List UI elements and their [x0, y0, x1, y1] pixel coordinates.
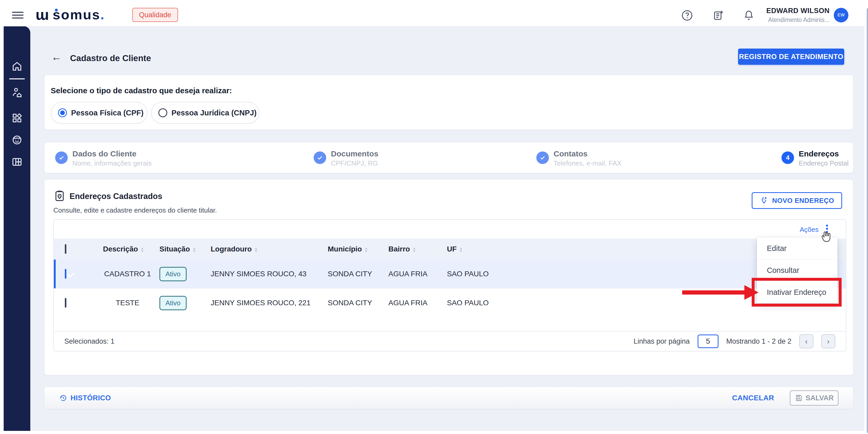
cell-uf: SAO PAULO [443, 270, 498, 278]
records-table-icon[interactable] [11, 156, 23, 168]
cell-descricao: CADASTRO 1 [98, 270, 157, 278]
rows-per-page-label: Linhas por página [633, 337, 690, 345]
scrollbar-thumb[interactable] [867, 8, 868, 433]
step-4-title: Endereços [799, 149, 839, 158]
sidebar-divider [9, 78, 25, 79]
radio-pessoa-fisica-label: Pessoa Física (CPF) [71, 109, 144, 117]
cancelar-button[interactable]: CANCELAR [732, 394, 774, 402]
selected-count: Selecionados: 1 [64, 337, 115, 345]
history-icon [59, 394, 67, 402]
table-actions-row: Ações [54, 220, 846, 239]
logo-mark: ɯ [35, 6, 49, 23]
registro-atendimento-button[interactable]: REGISTRO DE ATENDIMENTO [738, 48, 844, 65]
addresses-table: Ações Descrição▲▼ Situação▲▼ Logradouro▲… [53, 219, 846, 352]
cell-uf: SAO PAULO [443, 299, 498, 307]
row-checkbox-checked[interactable] [65, 269, 66, 279]
environment-badge: Qualidade [132, 8, 178, 22]
app-screen: ɯ somus. Qualidade EDWARD WILSON [0, 0, 868, 434]
showing-range-label: Mostrando 1 - 2 de 2 [726, 337, 792, 345]
addresses-card: Endereços Cadastrados Consulte, edite e … [44, 180, 853, 375]
hamburger-menu-icon[interactable] [12, 10, 24, 20]
step-2-check-icon [314, 152, 326, 164]
addresses-subtitle: Consulte, edite e cadastre endereços do … [53, 206, 217, 214]
help-icon[interactable] [681, 9, 693, 22]
column-header-municipio[interactable]: Município▲▼ [324, 245, 384, 253]
addresses-clipboard-icon [53, 190, 66, 202]
sort-icon: ▲▼ [254, 247, 258, 253]
historico-label: HISTÓRICO [70, 394, 111, 402]
column-header-situacao[interactable]: Situação▲▼ [157, 245, 206, 253]
step-3-check-icon [536, 152, 549, 164]
novo-endereco-label: NOVO ENDEREÇO [772, 197, 834, 205]
radio-pessoa-juridica-label: Pessoa Jurídica (CNPJ) [172, 109, 257, 117]
step-4-subtitle: Endereço Postal [799, 159, 849, 167]
avatar[interactable]: EW [834, 8, 848, 23]
sort-icon: ▲▼ [365, 247, 368, 253]
cell-municipio: SONDA CITY [324, 299, 384, 307]
column-header-bairro[interactable]: Bairro▲▼ [384, 245, 443, 253]
column-header-logradouro[interactable]: Logradouro▲▼ [206, 245, 324, 253]
cell-logradouro: JENNY SIMOES ROUCO, 43 [206, 270, 324, 278]
row-checkbox-unchecked[interactable] [65, 298, 66, 308]
prev-page-button[interactable]: ‹ [799, 334, 813, 348]
table-row-cadastro-1[interactable]: CADASTRO 1 Ativo JENNY SIMOES ROUCO, 43 … [54, 260, 846, 288]
logo-period: . [100, 7, 104, 23]
sort-icon: ▲▼ [193, 247, 196, 253]
type-selector-card: Selecione o tipo de cadastro que deseja … [44, 75, 853, 130]
addresses-title: Endereços Cadastrados [69, 192, 162, 201]
radio-selected-icon [58, 108, 67, 117]
user-name: EDWARD WILSON [759, 7, 830, 15]
step-2-title: Documentos [331, 149, 378, 158]
assistant-face-icon[interactable] [11, 134, 23, 146]
step-3-subtitle: Telefones, e-mail, FAX [554, 159, 622, 167]
user-info[interactable]: EDWARD WILSON Atendimento Adminis... [759, 7, 830, 24]
column-header-descricao[interactable]: Descrição▲▼ [98, 245, 157, 253]
new-note-icon[interactable] [712, 9, 724, 22]
cell-descricao: TESTE [98, 299, 157, 307]
somus-logo[interactable]: ɯ somus. [35, 6, 104, 23]
back-button[interactable]: ← [51, 51, 62, 63]
cell-bairro: AGUA FRIA [384, 270, 443, 278]
save-floppy-icon [795, 394, 803, 402]
rows-per-page-input[interactable]: 5 [698, 335, 718, 348]
sort-icon: ▲▼ [412, 247, 416, 253]
next-page-button[interactable]: › [821, 334, 835, 348]
annotation-arrow-head [744, 285, 758, 300]
sort-icon: ▲▼ [459, 247, 463, 253]
step-1-subtitle: Nome, informações gerais [72, 159, 152, 167]
type-selector-label: Selecione o tipo de cadastro que deseja … [51, 86, 232, 95]
select-all-checkbox[interactable] [65, 244, 66, 254]
column-header-uf[interactable]: UF▲▼ [443, 245, 498, 253]
step-4-number: 4 [781, 152, 794, 164]
annotation-highlight-box [752, 278, 842, 307]
table-header-row: Descrição▲▼ Situação▲▼ Logradouro▲▼ Muni… [54, 239, 846, 260]
acoes-button[interactable]: Ações [800, 226, 818, 234]
radio-unselected-icon [158, 108, 167, 117]
bottom-action-bar: HISTÓRICO CANCELAR SALVAR [44, 387, 853, 409]
pin-plus-icon [760, 196, 768, 205]
app-background: ɯ somus. Qualidade EDWARD WILSON [4, 4, 864, 431]
table-footer: Selecionados: 1 Linhas por página 5 Most… [54, 331, 846, 351]
user-role: Atendimento Adminis... [759, 16, 830, 24]
home-icon[interactable] [11, 61, 23, 72]
radio-pessoa-fisica[interactable]: Pessoa Física (CPF) [51, 102, 147, 124]
notifications-bell-icon[interactable] [743, 9, 755, 22]
logo-blue-dot [55, 9, 58, 11]
step-2-subtitle: CPF/CNPJ, RG [331, 159, 378, 167]
step-3-title: Contatos [554, 149, 588, 158]
sidebar [4, 26, 30, 431]
radio-pessoa-juridica[interactable]: Pessoa Jurídica (CNPJ) [151, 102, 259, 124]
step-1-title: Dados do Cliente [72, 149, 136, 158]
cell-logradouro: JENNY SIMOES ROUCO, 221 [206, 299, 324, 307]
client-person-icon[interactable] [11, 87, 23, 98]
salvar-label: SALVAR [806, 394, 834, 402]
salvar-button[interactable]: SALVAR [790, 390, 838, 405]
modules-grid-icon[interactable] [11, 112, 23, 124]
status-badge-ativo: Ativo [159, 267, 187, 281]
cell-bairro: AGUA FRIA [384, 299, 443, 307]
historico-button[interactable]: HISTÓRICO [59, 394, 111, 402]
sort-icon: ▲▼ [141, 247, 144, 253]
cell-municipio: SONDA CITY [324, 270, 384, 278]
novo-endereco-button[interactable]: NOVO ENDEREÇO [752, 192, 842, 209]
page-title: Cadastro de Cliente [70, 53, 151, 63]
